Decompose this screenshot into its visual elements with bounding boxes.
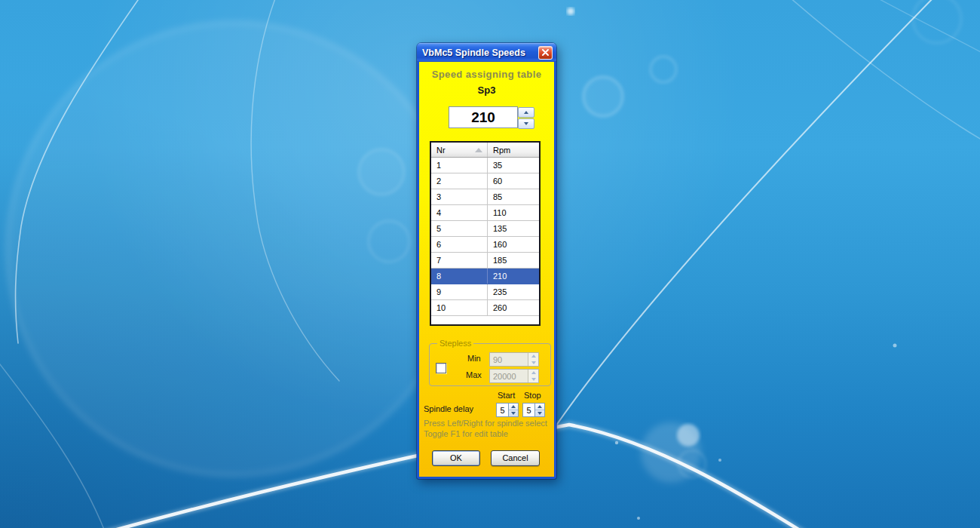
table-header: Nr Rpm [431,143,539,158]
cell-rpm: 85 [487,189,539,204]
cell-rpm: 185 [487,253,539,268]
hint-spindle-select: Press Left/Right for spindle select [424,419,547,428]
stop-delay-value: 5 [523,404,534,416]
spindle-delay-label: Spindle delay [424,404,473,413]
max-field[interactable]: 20000 [489,369,539,383]
stepper-buttons [534,404,544,416]
spin-down-button[interactable] [509,410,518,416]
table-row[interactable]: 7185 [431,253,539,269]
table-row[interactable]: 385 [431,189,539,205]
cell-rpm: 235 [487,284,539,299]
page-title: Speed assigning table [419,69,554,80]
spin-down-button[interactable] [528,376,538,383]
ok-button[interactable]: OK [432,450,480,466]
spin-down-button[interactable] [535,410,544,416]
spin-up-button[interactable] [518,107,534,118]
arrow-up-icon [511,405,516,408]
table-row[interactable]: 5135 [431,221,539,237]
spin-up-button[interactable] [509,404,518,410]
spin-up-button[interactable] [535,404,544,410]
arrow-down-icon [537,412,542,415]
arrow-up-icon [537,405,542,408]
arrow-up-icon [531,371,536,374]
spin-up-button[interactable] [528,370,538,376]
table-row[interactable]: 135 [431,158,539,173]
arrow-down-icon [531,378,536,381]
cell-rpm: 135 [487,221,539,236]
min-field[interactable]: 90 [489,352,539,367]
stop-column-label: Stop [524,391,541,400]
spindle-name-label: Sp3 [419,84,554,96]
start-column-label: Start [498,391,515,400]
cell-nr: 8 [431,269,487,284]
cell-nr: 2 [431,173,487,189]
table-row[interactable]: 260 [431,173,539,189]
arrow-down-icon [531,361,536,364]
cell-nr: 5 [431,221,487,236]
stepper-buttons [508,404,518,416]
min-label: Min [467,354,481,363]
cell-nr: 9 [431,284,487,299]
arrow-down-icon [511,412,516,415]
window-title: VbMc5 Spindle Speeds [422,48,538,58]
sort-asc-icon [475,148,482,152]
speed-table-body: 13526038541105135616071858210923510260 [431,158,539,324]
close-button[interactable] [538,46,553,60]
cell-nr: 7 [431,253,487,268]
min-stepper [528,353,538,366]
table-row[interactable]: 6160 [431,237,539,253]
cell-nr: 1 [431,158,487,173]
speed-value-field[interactable]: 210 [449,106,518,128]
titlebar[interactable]: VbMc5 Spindle Speeds [417,43,556,62]
column-header-rpm[interactable]: Rpm [487,143,539,157]
spindle-speeds-window: VbMc5 Spindle Speeds Speed assigning tab… [417,43,556,479]
cell-rpm: 35 [487,158,539,173]
max-label: Max [466,370,482,379]
arrow-down-icon [524,122,528,125]
start-delay-value: 5 [497,404,508,416]
cell-nr: 10 [431,300,487,315]
arrow-up-icon [524,111,528,114]
speed-table: Nr Rpm 135260385411051356160718582109235… [430,141,541,326]
stepless-checkbox[interactable] [436,363,446,373]
stepless-group: Stepless Min Max 90 20000 [429,343,551,386]
close-icon [542,49,549,56]
table-row[interactable]: 8210 [431,269,539,284]
start-delay-stepper[interactable]: 5 [496,403,519,417]
cancel-button[interactable]: Cancel [491,450,540,466]
spin-down-button[interactable] [518,118,534,129]
max-stepper [528,370,538,382]
spin-down-button[interactable] [528,360,538,367]
arrow-up-icon [531,355,536,358]
cell-rpm: 210 [487,269,539,284]
cell-rpm: 160 [487,237,539,252]
cell-rpm: 60 [487,173,539,189]
table-row[interactable]: 4110 [431,205,539,221]
cell-rpm: 260 [487,300,539,315]
stop-delay-stepper[interactable]: 5 [522,403,545,417]
cell-nr: 6 [431,237,487,252]
spin-up-button[interactable] [528,353,538,360]
table-row[interactable]: 10260 [431,300,539,316]
cell-nr: 3 [431,189,487,204]
table-row[interactable]: 9235 [431,284,539,300]
cell-rpm: 110 [487,205,539,220]
cell-nr: 4 [431,205,487,220]
speed-value-stepper [518,107,534,129]
min-value: 90 [490,355,528,364]
dialog-body: Speed assigning table Sp3 210 Nr Rpm 135… [419,62,554,477]
stepless-caption: Stepless [437,339,473,348]
max-value: 20000 [490,372,528,381]
hint-edit-table: Toggle F1 for edit table [424,429,508,438]
